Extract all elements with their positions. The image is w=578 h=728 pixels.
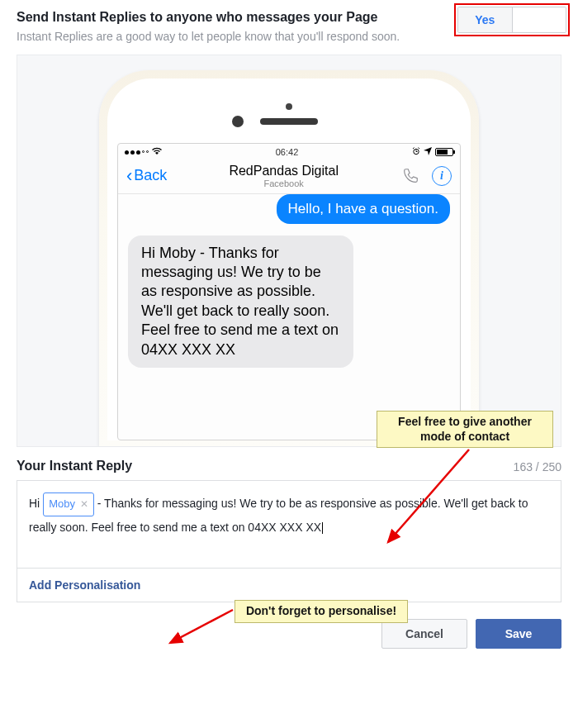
add-personalisation-link[interactable]: Add Personalisation <box>29 578 140 592</box>
chip-label: Moby <box>49 494 75 515</box>
back-button[interactable]: ‹ Back <box>126 167 167 184</box>
highlight-box: Yes <box>454 3 570 36</box>
editor-text-fragment: Hi <box>29 497 43 510</box>
instant-reply-editor[interactable]: Hi Moby✕ - Thanks for messaging us! We t… <box>17 480 561 602</box>
text-caret <box>322 522 323 534</box>
contact-name: RedPandas Digital <box>229 164 339 178</box>
editor-text-fragment: - Thanks for messaging us! We try to be … <box>29 497 528 534</box>
instant-reply-bubble: Hi Moby - Thanks for messaging us! We tr… <box>128 236 353 368</box>
status-bar: 06:42 <box>118 144 460 160</box>
cancel-button[interactable]: Cancel <box>381 619 467 649</box>
alarm-icon <box>412 147 420 157</box>
personalisation-chip[interactable]: Moby✕ <box>43 492 94 516</box>
phone-preview-panel: 06:42 ‹ Back <box>17 55 561 447</box>
location-icon <box>424 147 432 157</box>
chip-remove-icon[interactable]: ✕ <box>80 495 88 514</box>
contact-platform: Facebook <box>264 178 304 188</box>
phone-frame: 06:42 ‹ Back <box>99 70 479 446</box>
call-icon[interactable] <box>400 166 420 186</box>
user-message-bubble: Hello, I have a question. <box>277 194 450 224</box>
status-time: 06:42 <box>276 147 299 157</box>
signal-icon <box>125 150 149 155</box>
chat-header: RedPandas Digital Facebook <box>229 164 339 188</box>
info-icon[interactable]: i <box>432 166 452 186</box>
instant-replies-toggle[interactable]: Yes <box>457 7 566 33</box>
battery-icon <box>435 148 453 156</box>
annotation-personalise: Don't forget to personalise! <box>235 600 408 623</box>
toggle-yes[interactable]: Yes <box>458 7 513 32</box>
annotation-contact-mode: Feel free to give another mode of contac… <box>377 411 553 448</box>
save-button[interactable]: Save <box>476 619 561 649</box>
phone-screen: 06:42 ‹ Back <box>117 143 461 440</box>
char-count: 163 / 250 <box>514 460 561 473</box>
wifi-icon <box>152 147 162 157</box>
chevron-left-icon: ‹ <box>126 169 132 183</box>
editor-title: Your Instant Reply <box>17 459 132 473</box>
back-label: Back <box>134 167 167 184</box>
editor-textarea[interactable]: Hi Moby✕ - Thanks for messaging us! We t… <box>17 481 561 568</box>
toggle-off[interactable] <box>513 7 566 32</box>
